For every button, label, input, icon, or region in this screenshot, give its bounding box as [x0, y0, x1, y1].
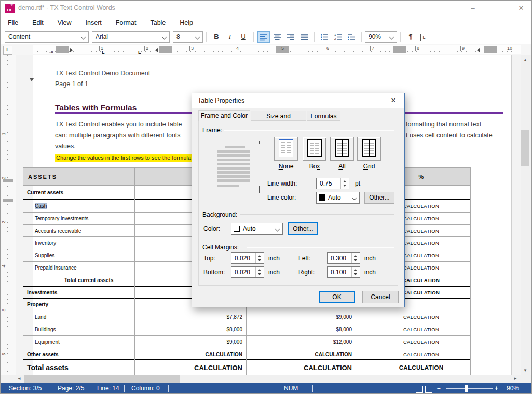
spin-up-icon[interactable]	[258, 269, 261, 271]
close-button[interactable]: ✕	[511, 1, 531, 16]
table-cell[interactable]: Buildings	[23, 323, 134, 335]
table-cell[interactable]: Supplies	[23, 249, 134, 261]
spin-up-icon[interactable]	[354, 255, 357, 257]
bullet-list-button[interactable]	[318, 31, 331, 43]
table-cell[interactable]: ASSETS	[23, 168, 134, 185]
table-cell[interactable]: $9,000	[246, 311, 372, 323]
scroll-left-icon[interactable]: ◄	[15, 375, 23, 383]
table-cell[interactable]: CALCULATION	[372, 348, 471, 360]
dialog-close-button[interactable]: ✕	[383, 93, 404, 108]
structure-level-button[interactable]	[345, 31, 358, 43]
background-other-button[interactable]: Other...	[288, 222, 318, 235]
title-bar[interactable]: TX 31 demo.rtf* - TX Text Control Words …	[1, 1, 531, 16]
table-cell[interactable]: Temporary investments	[23, 213, 134, 224]
frame-style-all-button[interactable]	[330, 137, 354, 161]
menu-item-table[interactable]: Table	[150, 19, 166, 26]
formatting-marks-button[interactable]: ¶	[404, 31, 417, 43]
frame-style-none-button[interactable]	[274, 137, 298, 161]
dialog-title-bar[interactable]: Table Properties ✕	[192, 93, 404, 108]
table-cell[interactable]: CALCULATION	[246, 360, 372, 375]
table-cell[interactable]: CALCULATION	[372, 360, 471, 375]
numbered-list-button[interactable]: 12	[332, 31, 344, 43]
table-row[interactable]: Other assetsCALCULATIONCALCULATIONCALCUL…	[23, 348, 471, 361]
table-cell[interactable]: CALCULATION	[372, 311, 471, 323]
font-size-combo[interactable]: 8	[173, 31, 203, 43]
table-cell[interactable]: Total current assets	[23, 274, 134, 286]
paragraph-style-combo[interactable]: Content	[5, 31, 89, 43]
indent-marker-right[interactable]	[70, 48, 73, 53]
line-color-other-button[interactable]: Other...	[364, 192, 394, 204]
font-name-combo[interactable]: Arial	[92, 31, 170, 43]
tab-size-and-formatting[interactable]: Size and Formatting	[251, 111, 306, 121]
tab-stop-marker[interactable]: L	[138, 50, 141, 55]
align-justify-button[interactable]	[298, 31, 310, 43]
table-cell[interactable]: CALCULATION	[134, 348, 246, 360]
margin-top-spinner[interactable]: 0.020	[231, 252, 264, 264]
fit-width-icon[interactable]	[425, 386, 432, 393]
menu-item-insert[interactable]: Insert	[86, 19, 102, 26]
table-cell[interactable]: $7,872	[134, 311, 246, 323]
scroll-right-icon[interactable]: ►	[511, 375, 520, 383]
margin-bottom-spinner[interactable]: 0.020	[231, 266, 264, 278]
spin-up-icon[interactable]	[354, 269, 357, 271]
italic-button[interactable]: I	[224, 31, 236, 43]
table-cell[interactable]: $8,000	[134, 323, 246, 335]
table-row[interactable]: Total assetsCALCULATIONCALCULATIONCALCUL…	[23, 360, 471, 375]
spinner-buttons[interactable]	[351, 253, 360, 263]
table-cell[interactable]: CALCULATION	[372, 323, 471, 335]
table-cell[interactable]: Total assets	[23, 360, 134, 375]
table-cell[interactable]: Investments	[23, 287, 134, 298]
maximize-button[interactable]	[486, 1, 507, 16]
column-marker[interactable]	[393, 46, 406, 53]
menu-item-help[interactable]: Help	[180, 19, 193, 26]
table-row[interactable]: Land$7,872$9,000CALCULATION	[23, 311, 471, 323]
vertical-scroll-thumb[interactable]	[521, 130, 529, 166]
table-cell[interactable]: Inventory	[23, 237, 134, 249]
table-cell[interactable]: $8,000	[246, 323, 372, 335]
spin-down-icon[interactable]	[343, 185, 346, 187]
spin-up-icon[interactable]	[343, 180, 346, 182]
minimize-button[interactable]: –	[462, 1, 483, 16]
ok-button[interactable]: OK	[319, 291, 355, 303]
zoom-slider-track[interactable]	[446, 388, 493, 389]
spinner-buttons[interactable]	[340, 178, 349, 189]
menu-item-format[interactable]: Format	[116, 19, 137, 26]
spin-down-icon[interactable]	[354, 273, 357, 275]
margin-right-spinner[interactable]: 0.100	[327, 266, 360, 278]
spinner-buttons[interactable]	[255, 253, 264, 263]
right-indent-marker[interactable]	[477, 48, 480, 53]
line-color-combo[interactable]: Auto	[316, 192, 360, 204]
column-marker[interactable]	[484, 46, 497, 53]
zoom-combo[interactable]: 90%	[365, 31, 397, 43]
menu-item-view[interactable]: View	[58, 19, 72, 26]
table-cell[interactable]: Prepaid insurance	[23, 262, 134, 274]
spin-down-icon[interactable]	[258, 259, 261, 261]
indent-marker-left[interactable]	[155, 48, 158, 53]
table-cell[interactable]: CALCULATION	[372, 336, 471, 348]
underline-button[interactable]: U	[237, 31, 250, 43]
align-right-button[interactable]	[284, 31, 297, 43]
vertical-scrollbar[interactable]: ▲ ▼	[521, 55, 530, 375]
table-cell[interactable]: CALCULATION	[134, 360, 246, 375]
tab-selector-button[interactable]: L	[3, 46, 12, 55]
align-left-button[interactable]	[257, 31, 270, 43]
margin-left-spinner[interactable]: 0.300	[327, 252, 360, 264]
text-frame-button[interactable]: L	[418, 31, 430, 43]
tab-formulas[interactable]: Formulas	[307, 111, 340, 121]
frame-style-box-button[interactable]	[303, 137, 326, 161]
frame-style-grid-button[interactable]	[357, 137, 381, 161]
table-cell[interactable]: $9,000	[134, 336, 246, 348]
menu-item-edit[interactable]: Edit	[32, 19, 44, 26]
background-color-combo[interactable]: Auto	[231, 223, 283, 235]
table-cell[interactable]: Property	[23, 299, 134, 311]
spin-down-icon[interactable]	[354, 259, 357, 261]
scroll-down-icon[interactable]: ▼	[521, 366, 530, 375]
table-row[interactable]: Buildings$8,000$8,000CALCULATION	[23, 323, 471, 336]
spin-down-icon[interactable]	[258, 273, 261, 275]
table-cell[interactable]: $12,000	[246, 336, 372, 348]
line-width-spinner[interactable]: 0.75	[316, 178, 349, 189]
table-row[interactable]: Equipment$9,000$12,000CALCULATION	[23, 336, 471, 348]
horizontal-scrollbar[interactable]: ◄ ►	[1, 375, 531, 383]
cancel-button[interactable]: Cancel	[362, 291, 399, 303]
spinner-buttons[interactable]	[255, 267, 264, 277]
